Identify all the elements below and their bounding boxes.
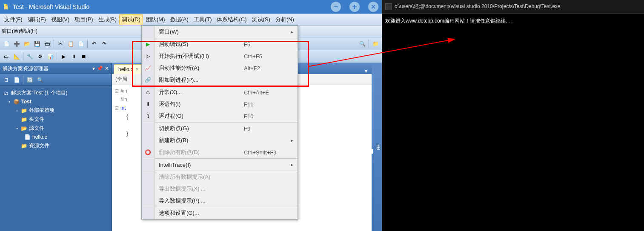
menu-item-icon — [142, 195, 155, 207]
find-icon[interactable]: 🔍 — [358, 39, 367, 48]
menu-item-icon: ▷ — [142, 50, 155, 62]
menu-item[interactable]: 窗口(W)▸ — [142, 26, 298, 38]
file-label: hello.c — [32, 134, 47, 140]
menu-item[interactable]: ⬇逐语句(I)F11 — [142, 98, 298, 110]
menu-item-label: 切换断点(G) — [155, 125, 244, 132]
new-project-icon[interactable]: 📄 — [2, 39, 11, 48]
menu-item[interactable]: 导出数据提示(X) ... — [142, 183, 298, 195]
menu-item-label: 开始执行(不调试)(H) — [155, 52, 244, 60]
menu-test[interactable]: 测试(S) — [249, 14, 273, 25]
save-icon[interactable]: 💾 — [32, 39, 42, 48]
menu-edit[interactable]: 编辑(E) — [25, 14, 49, 25]
menu-item-label: 异常(X)... — [155, 88, 244, 96]
menu-item-label: 清除所有数据提示(A) — [155, 173, 244, 181]
menu-item-icon — [142, 183, 155, 195]
folder-resources[interactable]: 📁 资源文件 — [0, 141, 112, 150]
tb-icon[interactable]: 🔧 — [25, 52, 34, 61]
folder-headers[interactable]: 📁 头文件 — [0, 115, 112, 124]
open-icon[interactable]: 📂 — [22, 39, 31, 48]
solution-icon: 🗂 — [3, 90, 9, 97]
separator — [369, 40, 369, 48]
menu-item-label: 启动性能分析(A) — [155, 64, 244, 72]
menu-item-shortcut: Alt+F2 — [244, 65, 291, 71]
paste-icon[interactable]: 📄 — [76, 39, 86, 48]
menu-help[interactable]: 帮助(H) — [20, 28, 37, 35]
tb-icon[interactable]: ▶ — [59, 52, 68, 61]
menu-project[interactable]: 项目(P) — [72, 14, 95, 25]
minimize-button[interactable]: − — [331, 2, 341, 12]
menu-item-icon — [142, 159, 155, 171]
redo-icon[interactable]: ↷ — [100, 39, 109, 48]
window-title: Test - Microsoft Visual Studio — [13, 3, 89, 10]
close-panel-icon[interactable]: ✕ — [105, 66, 109, 71]
menu-item-icon — [142, 207, 155, 219]
menu-build[interactable]: 生成(B) — [96, 14, 119, 25]
tb-icon[interactable]: 🗂 — [2, 52, 11, 61]
folder-external[interactable]: ▫ 📁 外部依赖项 — [0, 106, 112, 115]
project-node[interactable]: ▪ 📦 Test — [0, 97, 112, 106]
show-all-icon[interactable]: 📄 — [12, 75, 21, 85]
menu-item-shortcut: Ctrl+F5 — [244, 53, 291, 60]
menu-window[interactable]: 窗口(W) — [2, 28, 20, 35]
right-dock: 🗄 服务器资源管理器 🔧 工具箱 — [372, 63, 382, 231]
refresh-icon[interactable]: 🔄 — [25, 75, 34, 85]
properties-icon[interactable]: 🗒 — [2, 75, 11, 85]
tb-icon[interactable]: 📊 — [46, 52, 55, 61]
separator — [23, 76, 23, 84]
menu-item[interactable]: 🔗附加到进程(P)... — [142, 74, 298, 86]
menu-debug[interactable]: 调试(D) — [119, 14, 143, 25]
save-all-icon[interactable]: 🗃 — [43, 39, 52, 48]
menu-item-shortcut: Ctrl+Shift+F9 — [244, 149, 291, 156]
menu-item[interactable]: 新建断点(B)▸ — [142, 134, 298, 146]
menu-item-icon: ▶ — [142, 38, 155, 50]
tab-label: hello.c — [118, 66, 133, 72]
menu-view[interactable]: 视图(V) — [49, 14, 72, 25]
tb-icon[interactable]: 📐 — [12, 52, 21, 61]
expand-icon: ▪ — [9, 99, 13, 105]
menu-item[interactable]: 📈启动性能分析(A)Alt+F2 — [142, 62, 298, 74]
server-icon: 🗄 — [374, 145, 381, 151]
tb-icon[interactable]: ⚙ — [35, 52, 45, 61]
copy-icon[interactable]: 📋 — [66, 39, 75, 48]
add-item-icon[interactable]: ➕ — [12, 39, 21, 48]
menu-item-icon — [142, 171, 155, 183]
menu-data[interactable]: 数据(A) — [168, 14, 191, 25]
pin-icon[interactable]: 📌 — [97, 66, 103, 71]
tab-close-icon[interactable]: × — [136, 66, 139, 72]
console-window: c:\users\轻烟\documents\visual studio 2010… — [382, 0, 644, 231]
dropdown-icon[interactable]: ▾ — [92, 66, 95, 71]
menu-item[interactable]: ▷开始执行(不调试)(H)Ctrl+F5 — [142, 50, 298, 62]
menu-item-label: 选项和设置(G)... — [155, 209, 244, 217]
tab-dropdown-icon[interactable]: ▾ — [362, 68, 370, 74]
file-hello-c[interactable]: 📄 hello.c — [0, 133, 112, 141]
menu-file[interactable]: 文件(F) — [2, 14, 25, 25]
folder-label: 源文件 — [29, 125, 44, 132]
view-code-icon[interactable]: 🔍 — [35, 75, 45, 85]
tab-hello-c[interactable]: hello.c × — [114, 64, 143, 74]
menu-tools[interactable]: 工具(T) — [191, 14, 215, 25]
maximize-button[interactable]: + — [349, 2, 360, 12]
tb-icon[interactable]: ⏸ — [69, 52, 78, 61]
solution-node[interactable]: 🗂 解决方案"Test"(1 个项目) — [0, 88, 112, 97]
menu-item[interactable]: ⚠异常(X)...Ctrl+Alt+E — [142, 86, 298, 98]
menu-item[interactable]: ▶启动调试(S)F5 — [142, 38, 298, 50]
undo-icon[interactable]: ↶ — [89, 39, 99, 48]
menu-item[interactable]: 选项和设置(G)... — [142, 207, 298, 219]
menu-item[interactable]: 导入数据提示(P) ... — [142, 195, 298, 207]
menu-analyze[interactable]: 分析(N) — [273, 14, 297, 25]
console-output[interactable]: 欢迎进入www.dotcpp.com编程网站！请按任意键继续. . . — [382, 14, 644, 28]
menu-item[interactable]: IntelliTrace(I)▸ — [142, 159, 298, 171]
menu-item[interactable]: ⭕删除所有断点(D)Ctrl+Shift+F9 — [142, 146, 298, 158]
menu-item[interactable]: 切换断点(G)F9 — [142, 123, 298, 134]
vs-logo-icon — [3, 3, 10, 10]
menu-arch[interactable]: 体系结构(C) — [214, 14, 249, 25]
menu-team[interactable]: 团队(M) — [143, 14, 168, 25]
menu-item[interactable]: 清除所有数据提示(A) — [142, 171, 298, 183]
cut-icon[interactable]: ✂ — [56, 39, 65, 48]
tb-icon[interactable]: ⏹ — [79, 52, 89, 61]
menu-item-label: 逐语句(I) — [155, 100, 244, 108]
close-button[interactable]: × — [368, 2, 378, 12]
folder-source[interactable]: ▪ 📂 源文件 — [0, 124, 112, 133]
solution-icon[interactable]: 📁 — [371, 39, 380, 48]
menu-item[interactable]: ⤵逐过程(O)F10 — [142, 110, 298, 122]
